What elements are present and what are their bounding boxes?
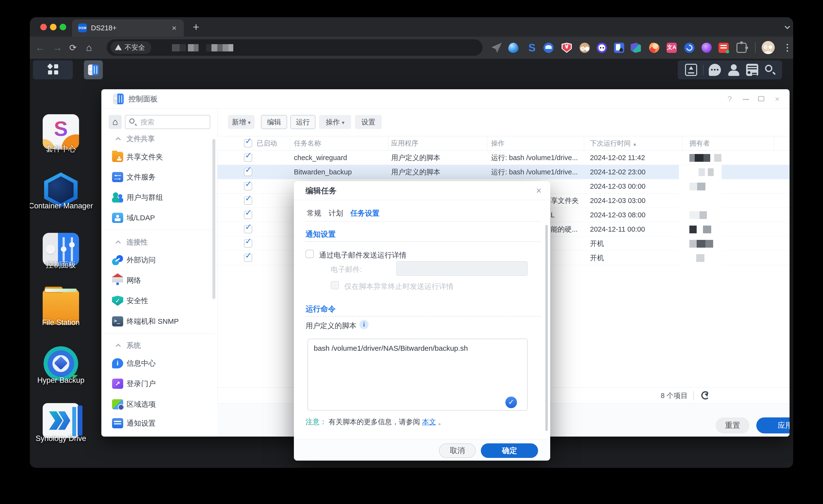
- sidebar-item-users-groups[interactable]: 用户与群组: [101, 190, 217, 205]
- apply-button[interactable]: 应用: [756, 417, 790, 434]
- column-header-name[interactable]: 任务名称: [294, 136, 321, 151]
- forward-icon[interactable]: →: [53, 37, 62, 59]
- back-icon[interactable]: ←: [35, 37, 45, 59]
- browser-tab[interactable]: DSM DS218+ ×: [72, 19, 184, 37]
- task-enabled-checkbox[interactable]: [244, 225, 252, 233]
- minimize-button[interactable]: [743, 99, 749, 100]
- help-button[interactable]: ?: [723, 89, 736, 109]
- ring-extension-icon[interactable]: [684, 43, 694, 53]
- browser-menu-icon[interactable]: [783, 42, 792, 53]
- email-notify-checkbox[interactable]: [306, 250, 314, 258]
- task-enabled-checkbox[interactable]: [244, 211, 252, 219]
- task-enabled-checkbox[interactable]: [244, 168, 252, 176]
- add-button[interactable]: 新增 ▾: [228, 115, 255, 129]
- email-input[interactable]: [396, 261, 528, 276]
- desktop-icon-label[interactable]: Hyper Backup: [30, 376, 112, 385]
- security-chip[interactable]: 不安全: [111, 41, 151, 54]
- profile-avatar[interactable]: [762, 41, 775, 54]
- traffic-close-button[interactable]: [40, 24, 47, 30]
- task-enabled-checkbox[interactable]: [244, 196, 252, 205]
- widgets-icon[interactable]: [746, 64, 758, 76]
- home-icon[interactable]: ⌂: [86, 37, 92, 59]
- face-extension-icon[interactable]: [580, 43, 590, 53]
- desktop-icon-label[interactable]: 控制面板: [30, 260, 112, 270]
- search-input[interactable]: [140, 117, 208, 128]
- dialog-close-icon[interactable]: ×: [536, 181, 541, 200]
- sidebar-scrollbar[interactable]: [212, 139, 215, 299]
- reload-icon[interactable]: ⟳: [69, 37, 76, 59]
- taskbar-active-app[interactable]: [84, 60, 103, 79]
- blue-gem-extension-icon[interactable]: [508, 43, 518, 53]
- script-textarea[interactable]: bash /volume1/driver/NAS/Bitwarden/backu…: [308, 339, 528, 410]
- column-header-next-run[interactable]: 下次运行时间 ▲: [590, 136, 637, 151]
- close-button[interactable]: ×: [771, 89, 783, 109]
- sidebar-item-terminal-snmp[interactable]: 终端机和 SNMP: [101, 314, 217, 329]
- translate-extension-icon[interactable]: [667, 43, 677, 53]
- desktop-icon-label[interactable]: Synology Drive: [30, 434, 112, 443]
- sidebar-item-external-access[interactable]: 外部访问: [101, 253, 217, 267]
- paper-plane-extension-icon[interactable]: [492, 43, 502, 53]
- purple-flame-extension-icon[interactable]: [701, 43, 712, 53]
- dialog-scrollbar[interactable]: [545, 225, 548, 431]
- desktop-icon-label[interactable]: File Station: [30, 318, 112, 327]
- cancel-button[interactable]: 取消: [439, 443, 476, 458]
- shield-v-extension-icon[interactable]: [561, 43, 572, 53]
- address-bar[interactable]: 不安全 ★: [107, 39, 483, 56]
- wave-circle-extension-icon[interactable]: [543, 43, 553, 53]
- purple-face-extension-icon[interactable]: [597, 43, 607, 53]
- search-icon[interactable]: [764, 64, 776, 76]
- sidebar-item-network[interactable]: 网络: [101, 273, 217, 288]
- column-header-app[interactable]: 应用程序: [391, 136, 418, 151]
- new-tab-button[interactable]: +: [193, 17, 199, 37]
- user-menu-icon[interactable]: [728, 64, 740, 76]
- actions-button[interactable]: 操作 ▾: [319, 115, 351, 129]
- sidebar-item-file-services[interactable]: 文件服务: [101, 170, 217, 184]
- sidebar-item-info-center[interactable]: 信息中心: [101, 356, 217, 371]
- sidebar-item-notification-settings[interactable]: 通知设置: [101, 416, 217, 431]
- reset-button[interactable]: 重置: [715, 417, 750, 434]
- traffic-minimize-button[interactable]: [50, 24, 56, 30]
- task-enabled-checkbox[interactable]: [244, 254, 252, 262]
- column-header-owner[interactable]: 拥有者: [689, 136, 710, 151]
- external-device-icon[interactable]: [685, 64, 697, 76]
- sidebar-section-system[interactable]: 系统: [101, 338, 217, 353]
- tab-search-chevron-icon[interactable]: [783, 23, 793, 32]
- refresh-icon[interactable]: [701, 391, 709, 399]
- note-link[interactable]: 本文: [422, 418, 436, 426]
- info-icon[interactable]: i: [359, 320, 369, 329]
- sidebar-item-domain-ldap[interactable]: 域/LDAP: [101, 210, 217, 225]
- column-header-enabled[interactable]: 已启动: [257, 136, 277, 151]
- traffic-zoom-button[interactable]: [60, 24, 66, 30]
- sidebar-item-shared-folder[interactable]: 共享文件夹: [101, 150, 217, 164]
- column-header-action[interactable]: 操作: [491, 136, 505, 151]
- extensions-puzzle-icon[interactable]: [736, 43, 747, 53]
- table-row[interactable]: check_wireguard 用户定义的脚本 运行: bash /volume…: [217, 151, 790, 165]
- cp-home-button[interactable]: ⌂: [109, 115, 122, 129]
- tab-general[interactable]: 常规: [307, 205, 321, 221]
- select-all-checkbox[interactable]: [244, 139, 252, 148]
- synology-drive-icon[interactable]: [43, 403, 79, 438]
- sidebar-item-security[interactable]: 安全性: [101, 294, 217, 308]
- red-notes-extension-icon[interactable]: [718, 43, 729, 53]
- sidebar-section-file-sharing[interactable]: 文件共享: [101, 132, 217, 146]
- sidebar-item-regional-options[interactable]: 区域选项: [101, 397, 217, 411]
- notifications-chat-icon[interactable]: [709, 64, 721, 76]
- settings-button[interactable]: 设置: [355, 115, 382, 129]
- tab-schedule[interactable]: 计划: [329, 205, 343, 221]
- s-logo-extension-icon[interactable]: S: [527, 43, 537, 53]
- email-notify-label[interactable]: 通过电子邮件发送运行详情: [319, 250, 406, 260]
- abnormal-only-checkbox[interactable]: [331, 281, 339, 289]
- desktop-icon-label[interactable]: Container Manager: [30, 201, 112, 210]
- cp-search-box[interactable]: [125, 115, 210, 129]
- main-menu-icon[interactable]: [44, 60, 62, 79]
- tab-close-icon[interactable]: ×: [172, 19, 177, 37]
- edit-button[interactable]: 编辑: [261, 115, 287, 129]
- lock-doc-extension-icon[interactable]: [614, 43, 624, 53]
- sidebar-section-connectivity[interactable]: 连接性: [101, 235, 217, 249]
- desktop-icon-label[interactable]: 套件中心: [30, 144, 112, 154]
- ok-button[interactable]: 确定: [481, 443, 538, 458]
- task-enabled-checkbox[interactable]: [244, 182, 252, 190]
- sidebar-item-login-portal[interactable]: 登录门户: [101, 376, 217, 391]
- window-titlebar[interactable]: 控制面板 ? ×: [101, 89, 790, 109]
- maximize-button[interactable]: [758, 96, 764, 102]
